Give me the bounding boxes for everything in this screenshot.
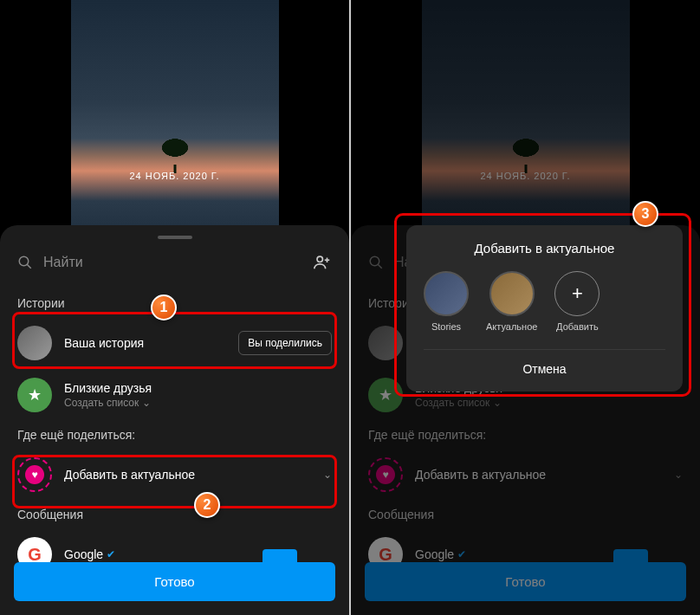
svg-point-0: [19, 256, 29, 266]
story-preview: 24 НОЯБ. 2020 Г.: [71, 0, 279, 251]
annotation-marker-3: 3: [632, 201, 658, 227]
annotation-marker-1: 1: [151, 295, 177, 320]
close-friends-icon: ★: [17, 378, 52, 412]
verified-icon: ✔: [107, 548, 115, 560]
share-sheet: Найти Истории Ваша история Вы поделились…: [0, 225, 349, 615]
annotation-box-3: [394, 213, 691, 397]
phone-screen-right: 24 НОЯБ. 2020 Г. Найти Истории Ваша исто…: [351, 0, 700, 615]
google-label: Google: [64, 547, 103, 561]
search-icon: [17, 255, 33, 270]
tree-silhouette: [153, 139, 197, 169]
svg-line-1: [27, 264, 31, 269]
add-person-button[interactable]: [313, 253, 332, 272]
create-list-label: Создать список: [64, 397, 139, 409]
messages-section-label: Сообщения: [0, 501, 349, 528]
shared-badge[interactable]: Вы поделились: [238, 331, 332, 355]
add-highlight-label: Добавить в актуальное: [64, 468, 311, 482]
search-input[interactable]: Найти: [17, 255, 83, 270]
your-story-label: Ваша история: [64, 336, 226, 350]
search-placeholder: Найти: [43, 255, 83, 270]
add-person-icon: [313, 253, 332, 272]
your-story-row[interactable]: Ваша история Вы поделились: [0, 317, 349, 369]
highlight-icon: ♥: [17, 457, 52, 492]
chevron-down-icon: ⌄: [323, 469, 332, 481]
chevron-down-icon: ⌄: [142, 397, 151, 409]
done-button[interactable]: Готово: [14, 562, 335, 601]
add-to-highlight-row[interactable]: ♥ Добавить в актуальное ⌄: [0, 449, 349, 501]
where-else-label: Где ещё поделиться:: [0, 421, 349, 449]
avatar: [17, 326, 52, 360]
close-friends-row[interactable]: ★ Близкие друзья Создать список ⌄: [0, 369, 349, 421]
annotation-marker-2: 2: [194, 492, 220, 518]
sheet-handle[interactable]: [158, 236, 192, 239]
story-date-overlay: 24 НОЯБ. 2020 Г.: [129, 171, 219, 181]
heart-icon: ♥: [25, 465, 44, 484]
phone-screen-left: 24 НОЯБ. 2020 Г. Найти Истории Ваша исто…: [0, 0, 349, 615]
close-friends-label: Близкие друзья: [64, 381, 332, 395]
svg-point-2: [317, 256, 322, 262]
